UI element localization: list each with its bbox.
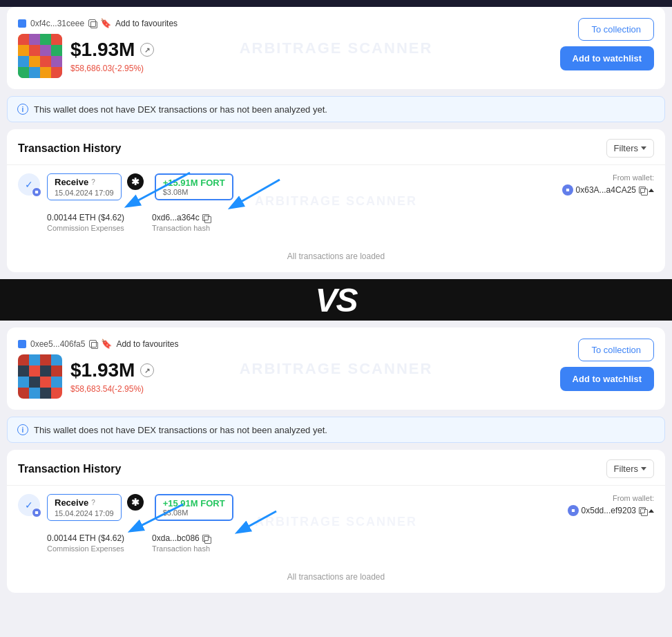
tx1-hash-label: Transaction hash	[152, 224, 210, 232]
wallet2-share-icon[interactable]: ↗	[140, 363, 154, 377]
tx2-title: Transaction History	[18, 463, 121, 475]
tx1-token-box: +15.91M FORT $3.08M	[155, 173, 233, 200]
wallet2-address-row: 0xee5...406fa5 🔖 Add to favourites	[18, 339, 560, 349]
tx1-type-name: Receive	[55, 177, 88, 187]
wallet2-dex-alert: i This wallet does not have DEX transact…	[7, 417, 665, 443]
tx2-commission: 0.00144 ETH ($4.62)	[47, 533, 124, 543]
tx1-details: 0.00144 ETH ($4.62) Commission Expenses …	[7, 209, 665, 240]
wallet2-actions: To collection Add to watchlist	[560, 339, 654, 391]
tx1-hash: 0xd6...a364c	[152, 213, 200, 222]
wallet1-square-icon	[18, 19, 26, 28]
tx1-help-icon: ?	[91, 178, 95, 186]
tx-section-2: ARBITRAGE SCANNER Transaction History Fi…	[7, 450, 665, 593]
wallet1-bookmark-icon[interactable]: 🔖	[100, 18, 111, 28]
tx2-commission-label: Commission Expenses	[47, 544, 124, 553]
tx1-type-box: Receive ? 15.04.2024 17:09	[47, 173, 122, 200]
wallet1-add-watchlist-btn[interactable]: Add to watchlist	[560, 46, 654, 70]
wallet1-copy-icon[interactable]	[88, 19, 96, 27]
tx2-from-wallet: From wallet: 0x5dd...ef9203	[568, 494, 654, 516]
tx2-filters-btn[interactable]: Filters	[606, 459, 654, 478]
tx1-from-copy-icon[interactable]	[639, 187, 646, 193]
tx2-exclamation: ✱	[127, 494, 144, 511]
tx2-from-copy-icon[interactable]	[639, 507, 646, 514]
tx1-date: 15.04.2024 17:09	[55, 189, 114, 197]
wallet2-square-icon	[18, 340, 26, 348]
tx1-type-icon: ✓	[18, 173, 40, 196]
wallet1-address: 0xf4c...31ceee	[30, 19, 84, 28]
tx2-expand-icon[interactable]	[649, 509, 654, 513]
wallet1-amount: $1.93M ↗	[70, 39, 154, 61]
tx2-all-loaded: All transactions are loaded	[7, 561, 665, 593]
tx1-eth-mini	[562, 184, 573, 196]
tx2-help-icon: ?	[91, 499, 95, 506]
wallet1-info-icon: i	[17, 104, 28, 115]
wallet2-amount: $1.93M ↗	[70, 359, 154, 381]
tx2-token-amount: +15.91M FORT	[163, 498, 225, 508]
tx2-type-box: Receive ? 15.04.2024 17:09	[47, 494, 122, 521]
tx2-hash-copy-icon[interactable]	[202, 535, 209, 542]
wallet1-share-icon[interactable]: ↗	[140, 43, 154, 57]
wallet2-add-watchlist-btn[interactable]: Add to watchlist	[560, 367, 654, 391]
tx2-date: 15.04.2024 17:09	[55, 509, 114, 517]
tx2-row: ✓ Receive ? 15.04.2024 17:09 ✱ +15.91M	[7, 485, 665, 529]
tx1-chevron-icon	[641, 146, 646, 150]
tx2-from-label: From wallet:	[613, 494, 654, 502]
tx1-exclamation: ✱	[127, 173, 144, 190]
wallet2-address: 0xee5...406fa5	[30, 339, 85, 349]
vs-text: VS	[315, 281, 356, 319]
tx2-token-box: +15.91M FORT $3.08M	[155, 494, 233, 521]
tx1-filters-label: Filters	[614, 143, 638, 153]
wallet1-dex-alert: i This wallet does not have DEX transact…	[7, 96, 665, 122]
tx2-details: 0.00144 ETH ($4.62) Commission Expenses …	[7, 529, 665, 561]
tx2-token-usd: $3.08M	[163, 508, 225, 517]
wallet2-to-collection-btn[interactable]: To collection	[578, 339, 654, 361]
tx1-filters-btn[interactable]: Filters	[606, 139, 654, 158]
wallet2-bookmark-icon[interactable]: 🔖	[101, 339, 112, 349]
wallet2-avatar	[18, 354, 62, 399]
wallet1-address-row: 0xf4c...31ceee 🔖 Add to favourites	[18, 18, 560, 28]
tx-section-1: ARBITRAGE SCANNER Transaction History Fi…	[7, 129, 665, 272]
tx2-type-name: Receive	[55, 497, 88, 508]
tx2-hash: 0xda...bc086	[152, 533, 200, 543]
tx2-filters-label: Filters	[614, 464, 638, 474]
tx1-hash-copy-icon[interactable]	[202, 214, 209, 221]
vs-divider: VS	[0, 279, 672, 321]
tx2-chevron-icon	[641, 467, 646, 470]
tx2-eth-mini	[568, 505, 579, 516]
tx1-commission-label: Commission Expenses	[47, 224, 124, 232]
tx1-commission: 0.00144 ETH ($4.62)	[47, 213, 124, 222]
wallet1-to-collection-btn[interactable]: To collection	[578, 18, 654, 41]
wallet1-add-fav[interactable]: Add to favourites	[115, 19, 177, 28]
wallet2-dex-text: This wallet does not have DEX transactio…	[34, 425, 327, 435]
tx1-token-usd: $3.08M	[163, 188, 225, 196]
tx1-all-loaded: All transactions are loaded	[7, 240, 665, 272]
wallet2-info-icon: i	[17, 424, 28, 435]
wallet2-change: $58,683.54(-2.95%)	[70, 384, 154, 394]
wallet2-copy-icon[interactable]	[89, 340, 97, 348]
wallet1-dex-text: This wallet does not have DEX transactio…	[34, 104, 327, 115]
tx1-row: ✓ Receive ? 15.04.2024 17:09 ✱	[7, 164, 665, 209]
tx1-from-addr: 0x63A...a4CA25	[576, 185, 636, 195]
tx2-type-icon: ✓	[18, 494, 40, 516]
tx1-token-amount: +15.91M FORT	[163, 178, 225, 188]
wallet2-add-fav[interactable]: Add to favourites	[116, 339, 178, 349]
tx1-from-wallet: From wallet: 0x63A...a4CA25	[562, 173, 654, 196]
tx2-from-addr: 0x5dd...ef9203	[582, 506, 636, 515]
wallet1-avatar	[18, 34, 62, 78]
tx1-expand-icon[interactable]	[649, 189, 654, 192]
tx1-from-label: From wallet:	[613, 173, 654, 182]
wallet1-actions: To collection Add to watchlist	[560, 18, 654, 70]
wallet1-change: $58,686.03(-2.95%)	[70, 64, 154, 73]
tx2-hash-label: Transaction hash	[152, 544, 210, 553]
tx1-title: Transaction History	[18, 142, 121, 155]
